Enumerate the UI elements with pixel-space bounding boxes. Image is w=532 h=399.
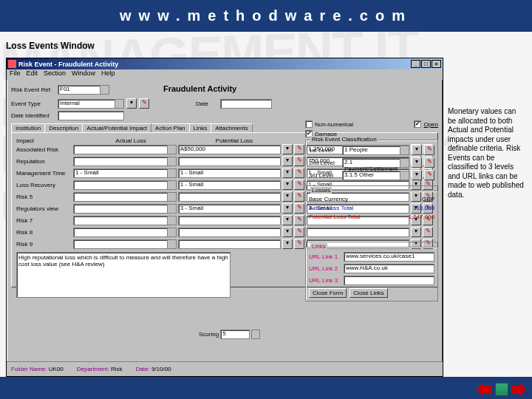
actual-btn[interactable]: ▾ xyxy=(282,180,293,190)
risk-event-name: Fraudulent Activity xyxy=(163,84,236,93)
actual-pencil-icon[interactable]: ✎ xyxy=(294,144,304,154)
level3-pencil-icon[interactable]: ✎ xyxy=(424,170,434,180)
url-link-3[interactable] xyxy=(344,276,434,285)
actual-pencil-icon[interactable]: ✎ xyxy=(294,227,304,237)
titlebar[interactable]: Risk Event - Fraudulent Activity _ □ × xyxy=(7,58,443,69)
actual-loss-field[interactable] xyxy=(178,192,282,202)
col-actual: Actual Loss xyxy=(83,137,179,144)
actual-loss-field[interactable] xyxy=(178,216,282,225)
actual-btn[interactable]: ▾ xyxy=(282,156,293,166)
level3-btn[interactable]: ▾ xyxy=(412,170,422,180)
impact-level-dropdown[interactable] xyxy=(73,180,177,190)
close-button[interactable]: × xyxy=(432,60,441,68)
level2-pencil-icon[interactable]: ✎ xyxy=(424,157,434,168)
actual-loss-field[interactable]: 1 - Small xyxy=(178,180,282,190)
level2-dropdown[interactable]: 2.1 Payment/Settlement xyxy=(342,158,409,168)
event-type-edit-button[interactable]: ▾ xyxy=(126,98,137,109)
impact-label: Risk 8 xyxy=(16,229,72,236)
actual-btn[interactable]: ▾ xyxy=(282,239,293,249)
actual-btn[interactable]: ▾ xyxy=(282,144,293,154)
event-type-label: Event Type xyxy=(11,100,55,107)
maximize-button[interactable]: □ xyxy=(421,60,431,68)
actual-btn[interactable]: ▾ xyxy=(282,191,293,202)
impact-level-dropdown[interactable] xyxy=(73,216,177,225)
level1-btn[interactable]: ▾ xyxy=(412,145,422,155)
actual-pencil-icon[interactable]: ✎ xyxy=(294,191,304,202)
actual-loss-field[interactable]: A$50,000 xyxy=(178,145,282,154)
cb-open[interactable]: ✔Open xyxy=(414,120,438,128)
actual-pencil-icon[interactable]: ✎ xyxy=(294,215,304,225)
risk-event-ref-dropdown[interactable]: F01 xyxy=(58,85,109,95)
impact-label: Regulators view xyxy=(16,205,72,212)
impact-level-dropdown[interactable] xyxy=(73,157,177,166)
date-identified-field[interactable] xyxy=(58,111,124,120)
actual-loss-field[interactable] xyxy=(178,228,282,237)
event-type-pencil-icon[interactable]: ✎ xyxy=(139,98,149,109)
impact-level-dropdown[interactable] xyxy=(73,145,177,154)
actual-loss-field[interactable] xyxy=(178,239,282,249)
scoring-spin[interactable] xyxy=(251,330,260,339)
notes-textarea[interactable]: High reputational loss which is difficul… xyxy=(16,252,231,298)
menu-file[interactable]: File xyxy=(10,69,21,80)
actual-loss-field[interactable]: 3 - Small xyxy=(178,204,282,214)
site-header: www.methodware.com xyxy=(0,0,532,32)
impact-level-dropdown[interactable] xyxy=(73,228,177,237)
impact-level-dropdown[interactable] xyxy=(73,239,177,249)
menu-window[interactable]: Window xyxy=(72,69,95,80)
risk-event-ref-label: Risk Event Ref. xyxy=(11,86,55,93)
impact-label: Reputation xyxy=(16,158,72,165)
impact-label: Risk 7 xyxy=(16,217,72,224)
tab-action-plan[interactable]: Action Plan xyxy=(151,123,189,132)
event-type-dropdown[interactable]: Internal xyxy=(58,99,124,109)
menu-edit[interactable]: Edit xyxy=(27,69,38,80)
tab-institution[interactable]: Institution xyxy=(11,123,45,132)
date-field[interactable] xyxy=(220,99,272,109)
impact-level-dropdown[interactable] xyxy=(73,204,177,214)
scoring-value[interactable]: 5 xyxy=(220,330,250,339)
actual-pencil-icon[interactable]: ✎ xyxy=(294,203,304,214)
col-impact: Impact xyxy=(16,137,83,144)
url-link-1[interactable]: www.services.co.uk/case1 xyxy=(344,252,434,262)
level2-btn[interactable]: ▾ xyxy=(412,157,422,168)
url-link-2[interactable]: www.H&A.co.uk xyxy=(344,264,434,273)
close-links-button[interactable]: Close Links xyxy=(349,288,387,298)
prev-arrow-icon[interactable] xyxy=(477,383,491,396)
actual-btn[interactable]: ▾ xyxy=(282,168,293,178)
tab-attachments[interactable]: Attachments xyxy=(211,123,252,132)
impact-label: Associated Risk xyxy=(16,146,72,153)
links-group: Links URL Link 1www.services.co.uk/case1… xyxy=(305,247,438,301)
level1-pencil-icon[interactable]: ✎ xyxy=(424,145,434,155)
col-potential: Potential Loss xyxy=(179,137,290,144)
actual-btn[interactable]: ▾ xyxy=(282,215,293,225)
book-icon[interactable] xyxy=(495,383,508,396)
menu-help[interactable]: Help xyxy=(101,69,115,80)
minimize-button[interactable]: _ xyxy=(411,60,420,68)
impact-level-dropdown[interactable]: 1 - Small xyxy=(73,168,177,178)
level1-dropdown[interactable]: 1 People xyxy=(342,146,409,155)
callout-text: Monetary values can be allocated to both… xyxy=(448,107,526,200)
actual-loss-field[interactable]: 1 - Small xyxy=(178,168,282,178)
impact-label: Risk 5 xyxy=(16,194,72,200)
level3-dropdown[interactable]: 3.1.5 Other xyxy=(342,171,409,180)
losses-group: Losses Base CurrencyGBP Actual Loss Tota… xyxy=(305,191,438,242)
actual-pencil-icon[interactable]: ✎ xyxy=(294,180,304,190)
actual-pencil-icon[interactable]: ✎ xyxy=(294,156,304,166)
tab-actual-potential-impact[interactable]: Actual/Potential Impact xyxy=(82,123,151,132)
impact-level-dropdown[interactable] xyxy=(73,192,177,202)
tab-links[interactable]: Links xyxy=(189,123,212,132)
actual-btn[interactable]: ▾ xyxy=(282,227,293,237)
footer-bar xyxy=(0,377,532,399)
actual-loss-field[interactable] xyxy=(178,157,282,166)
cb-non-numerical[interactable]: Non-numerical xyxy=(305,120,353,128)
tab-description[interactable]: Description xyxy=(44,123,83,132)
scoring-stepper: Scoring 5 xyxy=(199,330,260,339)
impact-label: Management Time xyxy=(16,170,72,177)
actual-pencil-icon[interactable]: ✎ xyxy=(294,239,304,249)
actual-btn[interactable]: ▾ xyxy=(282,203,293,214)
menu-section[interactable]: Section xyxy=(44,69,66,80)
close-form-button[interactable]: Close Form xyxy=(309,288,347,298)
actual-pencil-icon[interactable]: ✎ xyxy=(294,168,304,178)
next-arrow-icon[interactable] xyxy=(511,383,526,396)
app-icon xyxy=(8,60,16,68)
date-identified-label: Date Identified xyxy=(11,112,55,119)
